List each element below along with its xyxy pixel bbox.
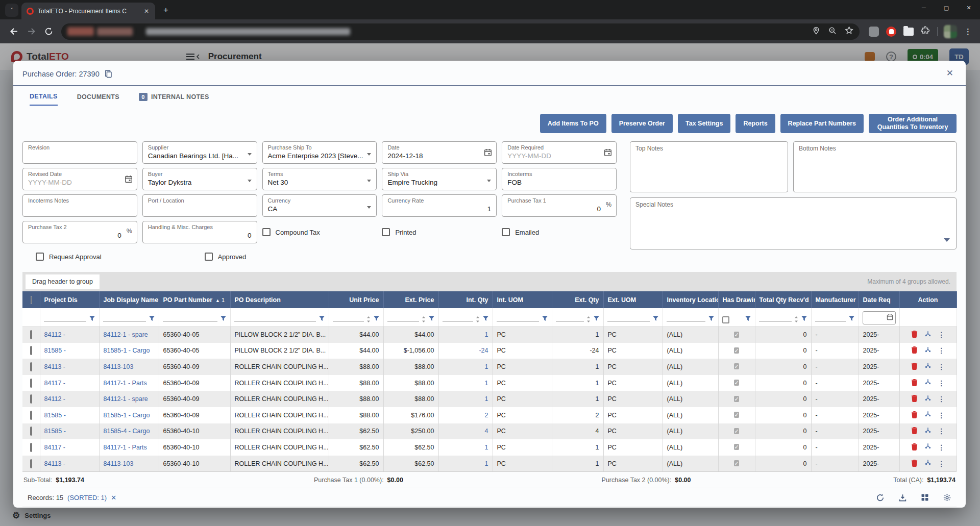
tab-close-icon[interactable]: ✕ [142,7,151,16]
revision-field[interactable]: Revision [22,141,137,164]
special-notes-textarea[interactable]: Special Notes [630,197,957,249]
window-maximize-button[interactable]: ▢ [935,0,958,15]
supplier-select[interactable]: Supplier Canadian Bearings Ltd. [Ha... [142,141,257,164]
compound-tax-checkbox[interactable]: Compound Tax [262,221,377,243]
browser-profile-avatar[interactable] [944,25,957,38]
forward-icon[interactable] [23,24,39,39]
delete-trash-icon[interactable] [911,411,918,420]
emailed-checkbox[interactable]: Emailed [502,221,617,243]
cell-project[interactable]: 81585 - [40,407,99,423]
cell-project[interactable]: 81585 - [40,423,99,440]
split-item-icon[interactable] [924,346,932,355]
filter-funnel-icon[interactable] [801,315,807,324]
split-item-icon[interactable] [924,395,932,404]
browser-tab[interactable]: TotalETO - Procurement Items C ✕ [21,3,155,19]
column-header-job[interactable]: Job Display Name [99,291,159,308]
cell-project[interactable]: 84117 - [40,439,99,456]
row-menu-kebab-icon[interactable]: ⋮ [938,443,945,452]
printed-checkbox[interactable]: Printed [382,221,497,243]
row-select-checkbox[interactable] [22,439,40,456]
cell-int_qty[interactable]: 2 [438,407,493,423]
bookmark-star-icon[interactable] [845,26,853,37]
browser-menu-kebab-icon[interactable]: ⋮ [961,27,975,36]
location-pin-icon[interactable] [812,27,820,37]
terms-select[interactable]: Terms Net 30 [262,168,377,190]
cell-int_qty[interactable]: 1 [438,375,493,391]
filter-funnel-icon[interactable] [220,315,227,324]
cell-int_qty[interactable]: 1 [438,327,493,343]
row-menu-kebab-icon[interactable]: ⋮ [938,346,945,355]
split-item-icon[interactable] [924,379,932,387]
currency-select[interactable]: Currency CA [262,194,377,217]
cell-project[interactable]: 84113 - [40,456,99,472]
row-select-checkbox[interactable] [22,327,40,343]
filter-funnel-icon[interactable] [428,315,435,324]
request-approval-checkbox[interactable]: Request Approval [36,253,102,261]
table-settings-gear-icon[interactable] [943,493,951,502]
filter-qty_recvd[interactable] [755,308,811,327]
delete-trash-icon[interactable] [911,427,918,436]
filter-funnel-icon[interactable] [373,315,380,324]
delete-trash-icon[interactable] [911,379,918,388]
filter-int_qty[interactable] [438,308,493,327]
column-header-ext_qty[interactable]: Ext. Qty [552,291,603,308]
split-item-icon[interactable] [924,459,932,468]
delete-trash-icon[interactable] [911,459,918,468]
filter-job[interactable] [99,308,159,327]
column-header-int_uom[interactable]: Int. UOM [493,291,552,308]
column-header-inv_loc[interactable]: Inventory Locatio [663,291,718,308]
calendar-icon[interactable] [484,148,492,159]
row-select-checkbox[interactable] [22,359,40,375]
purchase-tax-2-field[interactable]: Purchase Tax 2 0 % [22,221,137,243]
cell-int_qty[interactable]: 4 [438,423,493,440]
date-field[interactable]: Date 2024-12-18 [382,141,497,164]
column-header-int_qty[interactable]: Int. Qty [438,291,493,308]
cell-job[interactable]: 81585-1 - Cargo [99,407,159,423]
cell-job[interactable]: 84117-1 - Parts [99,375,159,391]
delete-trash-icon[interactable] [911,330,918,339]
delete-trash-icon[interactable] [911,394,918,404]
filter-desc[interactable] [230,308,329,327]
row-menu-kebab-icon[interactable]: ⋮ [938,395,945,403]
preserve-order-button[interactable]: Preserve Order [611,114,673,133]
extensions-puzzle-icon[interactable] [921,26,930,37]
approved-checkbox[interactable]: Approved [205,253,247,261]
revised-date-field[interactable]: Revised Date YYYY-MM-DD [22,168,137,190]
tax-settings-button[interactable]: Tax Settings [678,114,730,133]
column-header-qty_recvd[interactable]: Total Qty Recv'd [755,291,811,308]
column-header-project[interactable]: Project Dis [40,291,99,308]
filter-unit[interactable] [329,308,383,327]
url-bar[interactable] [61,23,860,40]
tab-documents[interactable]: DOCUMENTS [77,93,119,106]
refresh-icon[interactable] [876,493,885,502]
cell-job[interactable]: 81585-1 - Cargo [99,343,159,359]
split-item-icon[interactable] [924,411,932,419]
column-header-date_req[interactable]: Date Req [859,291,899,308]
row-menu-kebab-icon[interactable]: ⋮ [938,379,945,387]
cell-int_qty[interactable]: 1 [438,359,493,375]
add-items-to-po-button[interactable]: Add Items To PO [540,114,606,133]
drag-header-chip[interactable]: Drag header to group [26,274,100,289]
split-item-icon[interactable] [924,362,932,371]
cell-int_qty[interactable]: 1 [438,391,493,407]
filter-funnel-icon[interactable] [593,315,600,324]
split-item-icon[interactable] [924,443,932,452]
column-header-action[interactable]: Action [899,291,957,308]
cell-project[interactable]: 84112 - [40,327,99,343]
top-notes-textarea[interactable]: Top Notes [630,141,788,192]
split-item-icon[interactable] [924,427,932,436]
incoterms-notes-field[interactable]: Incoterms Notes [22,194,137,217]
cell-int_qty[interactable]: 1 [438,439,493,456]
ship-via-select[interactable]: Ship Via Empire Trucking [382,168,497,190]
column-header-part[interactable]: PO Part Number▲1 [159,291,230,308]
filter-funnel-icon[interactable] [318,315,325,324]
cell-project[interactable]: 84112 - [40,391,99,407]
zoom-search-icon[interactable] [828,27,837,37]
delete-trash-icon[interactable] [911,362,918,371]
filter-project[interactable] [40,308,99,327]
column-header-ext[interactable]: Ext. Price [383,291,438,308]
filter-funnel-icon[interactable] [708,315,715,324]
cell-project[interactable]: 81585 - [40,343,99,359]
buyer-select[interactable]: Buyer Taylor Dykstra [142,168,257,190]
tab-search-button[interactable]: ˇ [5,4,18,17]
